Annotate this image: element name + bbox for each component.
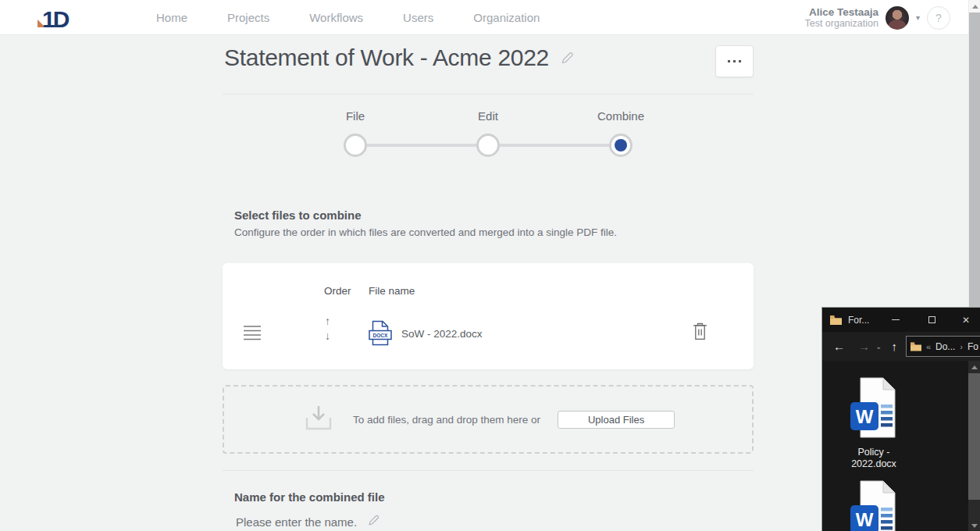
svg-text:DOCX: DOCX [372, 333, 388, 338]
address-folder-icon [911, 342, 921, 351]
explorer-file-item[interactable]: W Policy - 2022.docx [831, 376, 917, 470]
dropzone-text: To add files, drag and drop them here or [353, 414, 540, 426]
step-connector [500, 144, 609, 147]
user-info: Alice Testaaja Test organization [804, 6, 878, 30]
word-file-icon: W [849, 479, 899, 531]
nav-item-workflows[interactable]: Workflows [309, 11, 363, 24]
user-name: Alice Testaaja [804, 6, 878, 18]
move-up-icon[interactable]: ↑ [325, 315, 330, 327]
explorer-file-item[interactable]: W [831, 479, 917, 531]
address-bar[interactable]: « Do... › Fo [906, 336, 980, 357]
docx-file-icon: DOCX [369, 320, 392, 349]
page-title: Statement of Work - Acme 2022 [224, 45, 549, 71]
breadcrumb-overflow-icon[interactable]: « [926, 342, 931, 351]
files-table-card: Order File name ↑ ↓ DOCX SoW - 2022.docx [223, 263, 754, 369]
step-label-file: File [346, 109, 365, 123]
user-organization: Test organization [804, 18, 878, 30]
maximize-icon[interactable] [922, 308, 941, 332]
more-options-button[interactable] [715, 45, 754, 77]
title-row: Statement of Work - Acme 2022 [224, 45, 575, 71]
step-label-edit: Edit [478, 109, 498, 123]
main-nav: Home Projects Workflows Users Organizati… [156, 0, 540, 35]
title-divider [223, 94, 754, 94]
column-header-file-name: File name [369, 285, 415, 297]
breadcrumb-folder[interactable]: Fo [968, 341, 978, 352]
explorer-file-label[interactable]: Policy - 2022.docx [836, 447, 911, 470]
user-area: Alice Testaaja Test organization ▾ ? [804, 0, 950, 35]
explorer-window-title: For... [848, 315, 869, 326]
file-name: SoW - 2022.docx [401, 328, 483, 340]
nav-item-users[interactable]: Users [403, 11, 433, 24]
ellipsis-icon [728, 60, 731, 63]
drop-download-icon [301, 402, 336, 437]
combined-file-name-heading: Name for the combined file [234, 490, 385, 504]
word-file-icon: W [849, 376, 899, 439]
forward-icon[interactable]: → [858, 340, 870, 353]
app-logo-icon[interactable]: 1D [31, 4, 77, 32]
svg-text:1D: 1D [42, 6, 69, 32]
explorer-toolbar: ← → ⌄ ↑ « Do... › Fo [822, 332, 980, 361]
breadcrumb-separator-icon: › [960, 342, 963, 351]
nav-item-home[interactable]: Home [156, 11, 187, 24]
up-directory-icon[interactable]: ↑ [891, 340, 897, 353]
upload-files-button[interactable]: Upload Files [558, 411, 675, 429]
svg-text:W: W [856, 406, 874, 427]
user-menu-caret-icon[interactable]: ▾ [916, 13, 920, 22]
top-navbar: 1D Home Projects Workflows Users Organiz… [0, 0, 980, 35]
explorer-file-pane: W Policy - 2022.docx W [822, 361, 980, 531]
explorer-scrollbar-thumb[interactable] [968, 373, 980, 500]
step-circle-edit[interactable] [476, 134, 500, 157]
order-arrows: ↑ ↓ [325, 315, 330, 342]
workflow-stepper: File Edit Combine [223, 109, 754, 164]
section-divider [223, 470, 754, 471]
select-files-description: Configure the order in which files are c… [234, 226, 617, 238]
explorer-scroll-down-icon[interactable] [971, 524, 978, 528]
step-connector [367, 144, 476, 147]
drag-handle-icon[interactable] [244, 326, 261, 344]
back-icon[interactable]: ← [833, 340, 845, 353]
step-label-combine: Combine [597, 109, 644, 123]
combined-file-name-row: Please enter the name. [236, 514, 380, 529]
edit-name-icon[interactable] [367, 514, 380, 529]
explorer-scroll-up-icon[interactable] [971, 365, 978, 369]
select-files-heading: Select files to combine [234, 208, 362, 222]
active-step-dot [615, 139, 627, 151]
avatar[interactable] [886, 6, 909, 30]
move-down-icon[interactable]: ↓ [325, 330, 330, 342]
scroll-up-icon[interactable] [972, 5, 978, 9]
main-content: Statement of Work - Acme 2022 File Edit … [223, 35, 754, 531]
combined-file-name-placeholder: Please enter the name. [236, 515, 357, 529]
file-explorer-window: For... ✕ ← → ⌄ ↑ « Do... › Fo [821, 307, 980, 531]
step-circle-combine[interactable] [609, 134, 633, 157]
explorer-titlebar[interactable]: For... ✕ [822, 308, 980, 332]
svg-text:W: W [856, 509, 874, 530]
minimize-icon[interactable] [886, 308, 905, 332]
nav-item-projects[interactable]: Projects [227, 11, 269, 24]
delete-file-button[interactable] [693, 323, 707, 343]
history-caret-icon[interactable]: ⌄ [875, 342, 882, 351]
explorer-scrollbar[interactable] [968, 361, 980, 531]
nav-item-organization[interactable]: Organization [473, 11, 540, 24]
file-dropzone[interactable]: To add files, drag and drop them here or… [223, 385, 754, 454]
step-circle-file[interactable] [344, 134, 367, 157]
folder-icon [830, 315, 842, 325]
help-button[interactable]: ? [927, 6, 950, 30]
close-icon[interactable]: ✕ [957, 308, 975, 332]
edit-title-icon[interactable] [560, 51, 575, 66]
column-header-order: Order [324, 285, 351, 297]
breadcrumb-documents[interactable]: Do... [935, 341, 955, 352]
